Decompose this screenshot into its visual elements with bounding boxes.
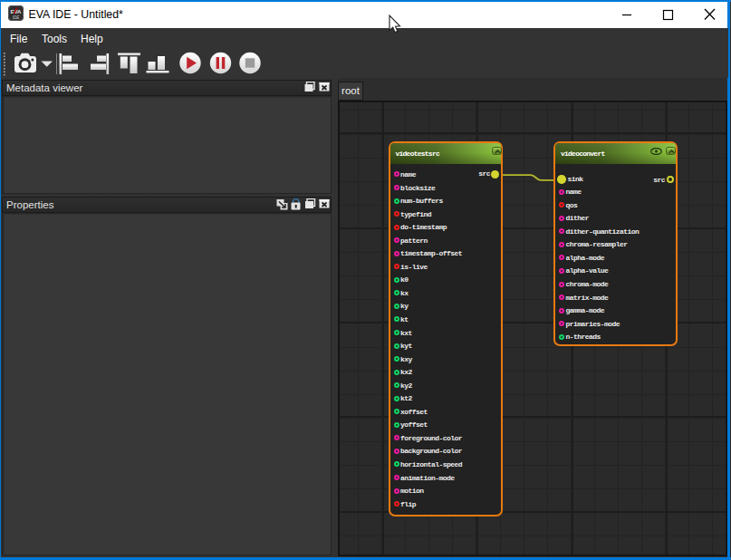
svg-text:IDE: IDE	[13, 15, 21, 20]
